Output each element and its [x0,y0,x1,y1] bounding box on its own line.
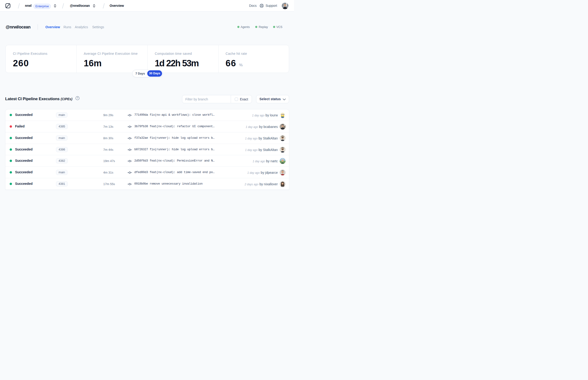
svg-text:?: ? [77,97,78,99]
